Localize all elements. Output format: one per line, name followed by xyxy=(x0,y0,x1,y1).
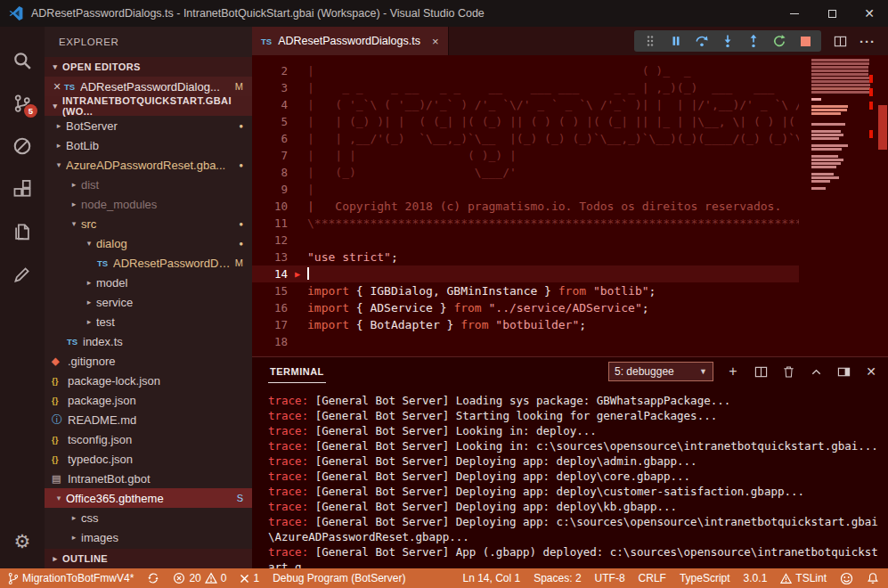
ts-version-status[interactable]: 3.0.1 xyxy=(744,572,768,584)
code-line-3[interactable]: 3| _ _ _ __ _ _ __ ___ ___ _ _ | ,_)(_) … xyxy=(252,79,799,96)
tree-item-package-json[interactable]: {}package.json xyxy=(45,390,252,410)
code-line-7[interactable]: 7| | | ( )_) | | xyxy=(252,147,799,164)
line-number: 16 xyxy=(252,299,288,316)
code-line-4[interactable]: 4| ( '_`\ ( '__)/'_` ) /'_ `\/' _ ` _ `\… xyxy=(252,96,799,113)
step-out-button[interactable] xyxy=(746,34,761,48)
restart-button[interactable] xyxy=(772,34,786,48)
tree-item-readme-md[interactable]: ⓘREADME.md xyxy=(45,410,252,429)
debug-session-status[interactable]: Debug Program (BotServer) xyxy=(273,572,405,584)
new-terminal-button[interactable]: + xyxy=(725,363,741,380)
step-over-button[interactable] xyxy=(695,34,709,48)
code-line-2[interactable]: 2| ( )_ _ | xyxy=(252,62,799,79)
code-line-18[interactable]: 18 xyxy=(252,333,799,350)
drag-handle-icon[interactable] xyxy=(643,34,657,48)
extensions-view-button[interactable] xyxy=(0,167,45,210)
edit-view-button[interactable] xyxy=(0,253,45,296)
tree-item-azureadpasswordreset-gba[interactable]: ▾AzureADPasswordReset.gba...● xyxy=(45,155,252,175)
minimap-line xyxy=(811,173,834,176)
tree-item-index-ts[interactable]: TSindex.ts xyxy=(45,331,252,351)
tree-item-botserver[interactable]: ▸BotServer● xyxy=(45,116,252,135)
close-editor-icon[interactable]: ✕ xyxy=(50,81,64,93)
tree-item-office365-gbtheme[interactable]: ▾Office365.gbthemeS xyxy=(45,488,252,508)
tab-close-icon[interactable]: × xyxy=(432,35,439,48)
code-line-5[interactable]: 5| | (_) )| | ( (_| |( (_) || ( ) ( ) |(… xyxy=(252,113,799,130)
open-editors-header[interactable]: ▾ OPEN EDITORS xyxy=(45,57,252,77)
indentation-status[interactable]: Spaces: 2 xyxy=(534,572,581,584)
terminal-output[interactable]: trace: [General Bot Server] Loading sys … xyxy=(252,386,888,568)
code-editor[interactable]: 2| ( )_ _ |3| _ _ _ __ _ _ __ ___ ___ _ … xyxy=(252,55,888,356)
git-branch-status[interactable]: MigrationToBotFmwV4* xyxy=(7,572,134,585)
code-text: import { ADService } from "../service/AD… xyxy=(307,299,799,316)
minimize-button[interactable] xyxy=(776,0,813,27)
tree-item-images[interactable]: ▸images xyxy=(45,527,252,547)
activity-bar: 5 ⚙ xyxy=(0,27,45,568)
terminal-text: [General Bot Server] Starting looking fo… xyxy=(308,409,717,422)
sync-status[interactable] xyxy=(147,572,159,584)
tree-item-model[interactable]: ▸model xyxy=(45,273,252,292)
explorer-view-button[interactable] xyxy=(0,210,45,253)
extension-indicator-status[interactable]: 1 xyxy=(240,572,259,584)
search-view-button[interactable] xyxy=(0,39,45,82)
move-panel-button[interactable] xyxy=(835,363,851,380)
eol-status[interactable]: CRLF xyxy=(639,572,666,584)
notifications-button[interactable] xyxy=(867,572,879,585)
close-button[interactable]: ✕ xyxy=(851,0,888,27)
problems-status[interactable]: 20 0 xyxy=(173,572,226,584)
language-mode-status[interactable]: TypeScript xyxy=(680,572,730,584)
step-into-button[interactable] xyxy=(721,34,735,48)
tree-item-package-lock-json[interactable]: {}package-lock.json xyxy=(45,371,252,390)
tslint-status[interactable]: TSLint xyxy=(780,572,827,584)
code-line-16[interactable]: 16import { ADService } from "../service/… xyxy=(252,299,799,316)
tree-item-typedoc-json[interactable]: {}typedoc.json xyxy=(45,449,252,469)
tree-item-test[interactable]: ▸test xyxy=(45,312,252,331)
tree-item-tsconfig-json[interactable]: {}tsconfig.json xyxy=(45,429,252,449)
outline-section-header[interactable]: ▸ OUTLINE xyxy=(45,549,252,568)
feedback-button[interactable] xyxy=(840,572,853,585)
tree-item-botlib[interactable]: ▸BotLib xyxy=(45,135,252,155)
maximize-button[interactable] xyxy=(813,0,851,27)
tab-adresetpassworddialogs[interactable]: TS ADResetPasswordDialogs.ts × xyxy=(252,27,449,55)
code-line-13[interactable]: 13"use strict"; xyxy=(252,249,799,265)
workspace-section-header[interactable]: ▾ INTRANETBOTQUICKSTART.GBAI (WO... xyxy=(45,96,252,116)
open-editor-item[interactable]: ✕ TS ADResetPasswordDialog... M xyxy=(45,77,252,96)
source-control-view-button[interactable]: 5 xyxy=(0,82,45,125)
code-line-15[interactable]: 15import { IGBDialog, GBMinInstance } fr… xyxy=(252,282,799,299)
maximize-panel-button[interactable] xyxy=(808,363,824,380)
tab-terminal[interactable]: TERMINAL xyxy=(268,360,326,383)
tree-item-node-modules[interactable]: ▸node_modules xyxy=(45,194,252,214)
editor-scrollbar[interactable] xyxy=(878,105,887,150)
code-line-6[interactable]: 6| | ,__/'(_) `\__,_)`\__ |(_) (_) (_)`\… xyxy=(252,130,799,147)
code-line-11[interactable]: 11\*************************************… xyxy=(252,215,799,232)
code-line-14[interactable]: 14▶ xyxy=(252,265,799,282)
terminal-selector[interactable]: 5: debuggee ▼ xyxy=(608,362,713,381)
kill-terminal-button[interactable] xyxy=(780,363,796,380)
minimap[interactable] xyxy=(811,59,874,191)
line-number: 14 xyxy=(252,265,288,282)
split-terminal-button[interactable] xyxy=(753,363,769,380)
close-panel-button[interactable]: ✕ xyxy=(863,363,879,380)
tree-item-adresetpassworddial[interactable]: TSADResetPasswordDial...M xyxy=(45,253,252,273)
code-line-10[interactable]: 10| Copyright 2018 (c) pragmatismo.io. T… xyxy=(252,198,799,215)
tree-item-dist[interactable]: ▸dist xyxy=(45,175,252,194)
cursor-position-status[interactable]: Ln 14, Col 1 xyxy=(462,572,520,584)
code-line-17[interactable]: 17import { BotAdapter } from "botbuilder… xyxy=(252,316,799,333)
debug-current-line-icon xyxy=(288,299,307,316)
settings-button[interactable]: ⚙ xyxy=(0,524,45,559)
close-icon: ✕ xyxy=(864,7,875,20)
tree-item-src[interactable]: ▾src● xyxy=(45,214,252,233)
tree-item-service[interactable]: ▸service xyxy=(45,292,252,312)
tree-item-gitignore[interactable]: ◆.gitignore xyxy=(45,351,252,371)
code-line-12[interactable]: 12 xyxy=(252,232,799,249)
stop-button[interactable] xyxy=(798,34,812,48)
split-editor-icon[interactable] xyxy=(834,35,847,48)
code-line-9[interactable]: 9| | xyxy=(252,181,799,198)
code-line-8[interactable]: 8| (_) \___/' | xyxy=(252,164,799,181)
tree-item-css[interactable]: ▸css xyxy=(45,508,252,527)
debug-view-button[interactable] xyxy=(0,125,45,167)
terminal-text: [General Bot Server] Deploying app: depl… xyxy=(308,485,804,498)
pause-button[interactable] xyxy=(669,34,683,48)
tree-item-intranetbot-gbot[interactable]: ▤IntranetBot.gbot xyxy=(45,469,252,488)
more-actions-icon[interactable]: ··· xyxy=(859,34,876,49)
tree-item-dialog[interactable]: ▾dialog● xyxy=(45,233,252,253)
encoding-status[interactable]: UTF-8 xyxy=(595,572,625,584)
